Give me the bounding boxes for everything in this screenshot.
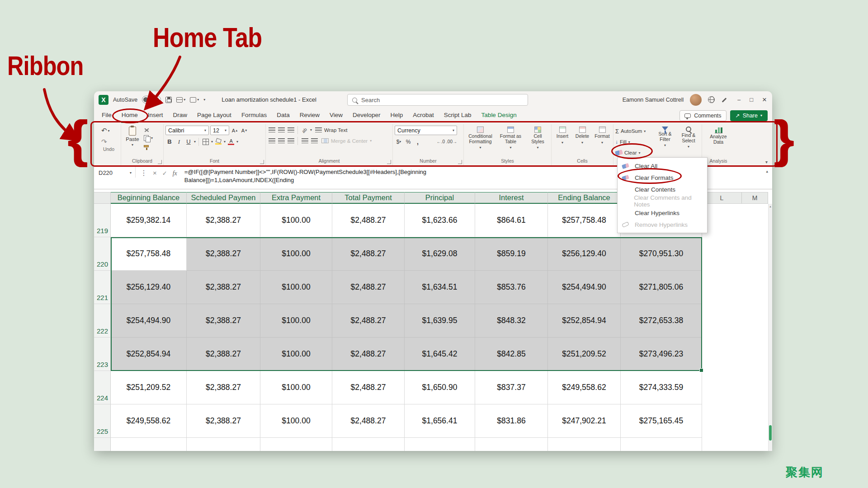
- format-painter-button[interactable]: [144, 143, 153, 149]
- menu-tab-insert[interactable]: Insert: [143, 108, 168, 123]
- cell-225-7[interactable]: $275,165.45: [621, 404, 702, 438]
- bold-button[interactable]: [165, 137, 174, 146]
- cell-224-7[interactable]: $274,333.59: [621, 371, 702, 404]
- menu-tab-formulas[interactable]: Formulas: [236, 108, 272, 123]
- fill-button[interactable]: Fill: [615, 138, 652, 146]
- table-header-total-payment[interactable]: Total Payment: [332, 192, 405, 204]
- copy-button[interactable]: [144, 135, 153, 141]
- percent-style-button[interactable]: [404, 137, 412, 146]
- menu-tab-data[interactable]: Data: [272, 108, 295, 123]
- accounting-format-button[interactable]: [395, 137, 403, 146]
- cell-225-1[interactable]: $2,388.27: [187, 404, 260, 438]
- cell-219-6[interactable]: $257,758.48: [548, 204, 621, 237]
- underline-button[interactable]: [184, 137, 193, 146]
- format-cells-button[interactable]: Format: [593, 126, 611, 145]
- cell-221-4[interactable]: $1,634.51: [405, 271, 475, 304]
- cell-222-0[interactable]: $254,494.90: [111, 304, 187, 338]
- cell-outside[interactable]: [702, 338, 742, 371]
- redo-button[interactable]: [101, 138, 121, 146]
- paste-button[interactable]: Paste: [123, 126, 142, 147]
- font-color-button[interactable]: A: [227, 137, 235, 146]
- cell-220-1[interactable]: $2,388.27: [187, 237, 260, 271]
- number-dialog-launcher[interactable]: [458, 160, 462, 164]
- cell-219-5[interactable]: $864.61: [475, 204, 548, 237]
- cell-outside[interactable]: [702, 304, 742, 338]
- cell-223-3[interactable]: $2,488.27: [332, 338, 405, 371]
- search-input[interactable]: Search: [347, 94, 528, 106]
- collapse-ribbon-icon[interactable]: [765, 160, 768, 164]
- align-bottom-button[interactable]: [287, 126, 295, 134]
- italic-button[interactable]: [175, 137, 183, 146]
- cell-223-4[interactable]: $1,645.42: [405, 338, 475, 371]
- cell-outside[interactable]: [702, 438, 742, 451]
- row-header-220[interactable]: 220: [94, 237, 111, 271]
- align-top-button[interactable]: [268, 126, 276, 134]
- cell-223-6[interactable]: $251,209.52: [548, 338, 621, 371]
- cell-222-3[interactable]: $2,488.27: [332, 304, 405, 338]
- cell-224-5[interactable]: $837.37: [475, 371, 548, 404]
- alignment-dialog-launcher[interactable]: [387, 160, 391, 164]
- wrap-text-button[interactable]: Wrap Text: [313, 127, 347, 133]
- cell-225-4[interactable]: $1,656.41: [405, 404, 475, 438]
- table-header-scheduled-paymen[interactable]: Scheduled Paymen: [187, 192, 260, 204]
- menu-tab-file[interactable]: File: [97, 108, 117, 123]
- table-header-interest[interactable]: Interest: [475, 192, 548, 204]
- cell-225-2[interactable]: $100.00: [260, 404, 332, 438]
- clear-menu-item-clear-formats[interactable]: Clear Formats: [618, 172, 707, 183]
- clear-menu-item-clear-contents[interactable]: Clear Contents: [618, 183, 707, 195]
- increase-decimal-button[interactable]: [437, 137, 445, 146]
- cell-224-4[interactable]: $1,650.90: [405, 371, 475, 404]
- cell-outside[interactable]: [742, 304, 768, 338]
- comments-button[interactable]: Comments: [679, 110, 726, 121]
- menu-tab-table-design[interactable]: Table Design: [476, 108, 522, 123]
- menu-tab-review[interactable]: Review: [295, 108, 325, 123]
- menu-tab-acrobat[interactable]: Acrobat: [408, 108, 439, 123]
- conditional-formatting-button[interactable]: Conditional Formatting: [467, 126, 495, 150]
- table-header-ending-balance[interactable]: Ending Balance: [548, 192, 621, 204]
- cell-outside[interactable]: [742, 438, 768, 451]
- insert-function-icon[interactable]: [173, 169, 177, 177]
- cell-220-5[interactable]: $859.19: [475, 237, 548, 271]
- cut-button[interactable]: [144, 127, 153, 133]
- cell-outside[interactable]: [742, 371, 768, 404]
- cell-styles-button[interactable]: Cell Styles: [527, 126, 549, 150]
- cell-221-1[interactable]: $2,388.27: [187, 271, 260, 304]
- cell-partial-4[interactable]: [405, 438, 475, 451]
- cell-221-3[interactable]: $2,488.27: [332, 271, 405, 304]
- cell-221-2[interactable]: $100.00: [260, 271, 332, 304]
- avatar[interactable]: [690, 94, 702, 106]
- menu-tab-script-lab[interactable]: Script Lab: [439, 108, 476, 123]
- decrease-decimal-button[interactable]: [446, 137, 457, 146]
- orientation-button[interactable]: [301, 126, 309, 134]
- cell-outside[interactable]: [742, 338, 768, 371]
- cell-225-0[interactable]: $249,558.62: [111, 404, 187, 438]
- cell-outside[interactable]: [742, 271, 768, 304]
- cell-223-5[interactable]: $842.85: [475, 338, 548, 371]
- cell-partial-6[interactable]: [548, 438, 621, 451]
- undo-button[interactable]: [101, 127, 121, 135]
- row-header-225[interactable]: 225: [94, 404, 111, 438]
- find-select-button[interactable]: Find & Select: [678, 126, 699, 150]
- globe-icon[interactable]: [708, 96, 715, 103]
- enter-icon[interactable]: [162, 169, 167, 177]
- cell-222-2[interactable]: $100.00: [260, 304, 332, 338]
- share-button[interactable]: Share: [730, 110, 768, 121]
- close-button[interactable]: [762, 96, 767, 103]
- menu-tab-view[interactable]: View: [325, 108, 348, 123]
- scrollbar-thumb[interactable]: [769, 425, 772, 441]
- align-center-button[interactable]: [277, 136, 285, 145]
- format-as-table-button[interactable]: Format as Table: [498, 126, 524, 150]
- cell-222-5[interactable]: $848.32: [475, 304, 548, 338]
- cell-219-3[interactable]: $2,488.27: [332, 204, 405, 237]
- font-family-select[interactable]: Calibri: [165, 126, 209, 135]
- align-middle-button[interactable]: [277, 126, 285, 134]
- cell-219-4[interactable]: $1,623.66: [405, 204, 475, 237]
- cell-outside[interactable]: [742, 204, 768, 237]
- cell-partial-7[interactable]: [621, 438, 702, 451]
- minimize-button[interactable]: [737, 97, 741, 103]
- cell-225-3[interactable]: $2,488.27: [332, 404, 405, 438]
- cell-220-7[interactable]: $270,951.30: [621, 237, 702, 271]
- cell-221-7[interactable]: $271,805.06: [621, 271, 702, 304]
- cell-222-7[interactable]: $272,653.38: [621, 304, 702, 338]
- row-header-223[interactable]: 223: [94, 338, 111, 371]
